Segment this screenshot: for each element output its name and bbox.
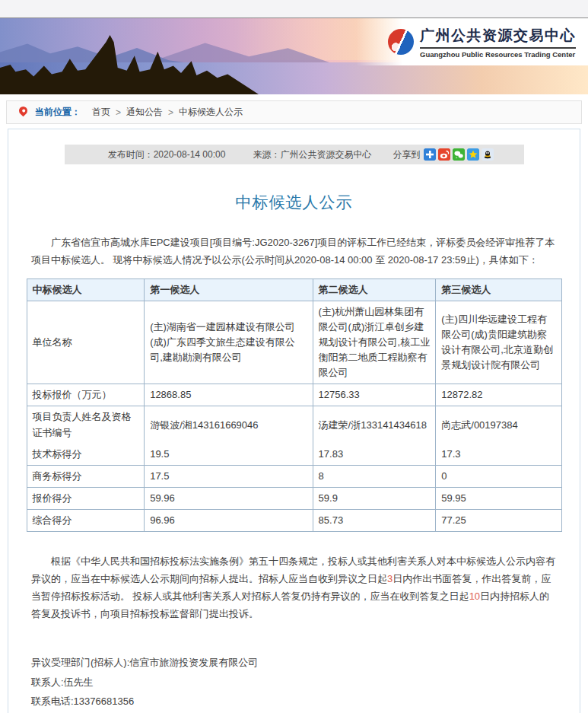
row-label: 报价得分: [27, 488, 145, 510]
breadcrumb-home-link[interactable]: 首页: [92, 106, 110, 119]
source-label: 来源：: [253, 149, 280, 160]
table-row: 报价得分 59.96 59.9 59.95: [27, 488, 561, 510]
row-label: 技术标得分: [27, 444, 145, 466]
site-name-en: Guangzhou Public Resources Trading Cente…: [420, 47, 576, 59]
cell-value: 尚志武/00197384: [436, 406, 561, 444]
publish-time-value: 2020-08-14 00:00: [154, 149, 226, 160]
content-panel: 发布时间：2020-08-14 00:00 来源：广州公共资源交易中心 分享到 …: [8, 129, 580, 713]
cell-value: 59.96: [145, 488, 313, 510]
table-row: 商务标得分 17.5 8 0: [27, 465, 561, 487]
row-label: 综合得分: [27, 510, 145, 532]
share-bar: 分享到: [393, 148, 494, 161]
cell-value: 0: [436, 465, 561, 487]
cell-value: 59.95: [436, 488, 561, 510]
col-header-second: 第二候选人: [313, 279, 436, 301]
cell-value: 96.96: [145, 510, 313, 532]
share-more-icon[interactable]: [424, 148, 436, 161]
qq-icon[interactable]: [482, 148, 494, 161]
col-header-third: 第三候选人: [436, 279, 561, 301]
cell-value: 17.83: [313, 444, 436, 466]
objection-department: 异议受理部门(招标人):信宜市旅游投资发展有限公司: [31, 653, 557, 672]
red-blue-globe-icon: [388, 29, 414, 55]
breadcrumb-label: 当前位置：: [35, 106, 81, 119]
cell-value: 汤建荣/浙133141434618: [313, 406, 436, 444]
source-value: 广州公共资源交易中心: [280, 149, 371, 160]
share-label: 分享到: [393, 148, 420, 161]
breadcrumb-current: 中标候选人公示: [179, 106, 243, 119]
table-row: 投标报价（万元） 12868.85 12756.33 12872.82: [27, 384, 561, 406]
breadcrumb: 当前位置： 首页 > 通知公告 > 中标候选人公示: [6, 100, 582, 124]
candidates-table: 中标候选人 第一候选人 第二候选人 第三候选人 单位名称 (主)湖南省一建园林建…: [27, 279, 562, 533]
cell-value: (主)四川华远建设工程有限公司(成)贵阳建筑勘察设计有限公司,北京道勤创景规划设…: [436, 301, 561, 384]
table-row: 综合得分 96.96 85.73 77.25: [27, 510, 561, 532]
breadcrumb-separator: >: [168, 107, 173, 118]
cell-value: (主)杭州萧山园林集团有限公司(成)浙江卓创乡建规划设计有限公司,核工业衡阳第二…: [313, 301, 436, 384]
row-label: 项目负责人姓名及资格证书编号: [27, 406, 145, 444]
page-title: 中标候选人公示: [8, 192, 580, 213]
cell-value: 17.5: [145, 465, 313, 487]
weibo-icon[interactable]: [438, 148, 450, 161]
site-banner: 广州公共资源交易中心 Guangzhou Public Resources Tr…: [0, 18, 588, 94]
cell-value: 17.3: [436, 444, 561, 466]
cell-value: 游银波/湘143161669046: [145, 406, 313, 444]
cell-value: 8: [313, 465, 436, 487]
cell-value: 85.73: [313, 510, 436, 532]
top-strip: [0, 0, 588, 18]
row-label: 单位名称: [27, 301, 145, 384]
objection-notice: 根据《中华人民共和国招标投标法实施条例》第五十四条规定，投标人或其他利害关系人对…: [31, 553, 557, 622]
notice-days-10: 10: [469, 590, 480, 602]
objection-contact-block: 异议受理部门(招标人):信宜市旅游投资发展有限公司 联系人:伍先生 联系电话:1…: [31, 653, 557, 711]
objection-contact-phone: 联系电话:13376681356: [31, 692, 557, 711]
breadcrumb-separator: >: [116, 107, 121, 118]
cell-value: 12872.82: [436, 384, 561, 406]
cell-value: 77.25: [436, 510, 561, 532]
location-pin-icon: [17, 105, 30, 117]
article-meta-bar: 发布时间：2020-08-14 00:00 来源：广州公共资源交易中心 分享到: [65, 145, 524, 164]
cell-value: 59.9: [313, 488, 436, 510]
cell-value: 19.5: [145, 444, 313, 466]
table-row: 单位名称 (主)湖南省一建园林建设有限公司(成)广东四季文旅生态建设有限公司,建…: [27, 301, 561, 384]
intro-paragraph: 广东省信宜市高城水库EPC建设项目[项目编号:JG2020-3267]项目的评标…: [31, 234, 557, 269]
table-row: 技术标得分 19.5 17.83 17.3: [27, 444, 561, 466]
row-label: 商务标得分: [27, 465, 145, 487]
cell-value: 12868.85: [145, 384, 313, 406]
col-header-first: 第一候选人: [145, 279, 313, 301]
site-name-zh: 广州公共资源交易中心: [420, 26, 576, 46]
table-header-row: 中标候选人 第一候选人 第二候选人 第三候选人: [27, 279, 561, 301]
row-label: 投标报价（万元）: [27, 384, 145, 406]
qzone-icon[interactable]: [467, 148, 479, 161]
wechat-icon[interactable]: [453, 148, 465, 161]
objection-contact-person: 联系人:伍先生: [31, 673, 557, 692]
col-header-candidates: 中标候选人: [27, 279, 145, 301]
site-logo[interactable]: 广州公共资源交易中心 Guangzhou Public Resources Tr…: [356, 18, 588, 65]
table-row: 项目负责人姓名及资格证书编号 游银波/湘143161669046 汤建荣/浙13…: [27, 406, 561, 444]
cell-value: 12756.33: [313, 384, 436, 406]
breadcrumb-notices-link[interactable]: 通知公告: [126, 106, 163, 119]
publish-time-label: 发布时间：: [108, 149, 154, 160]
cell-value: (主)湖南省一建园林建设有限公司(成)广东四季文旅生态建设有限公司,建勘勘测有限…: [145, 301, 313, 384]
